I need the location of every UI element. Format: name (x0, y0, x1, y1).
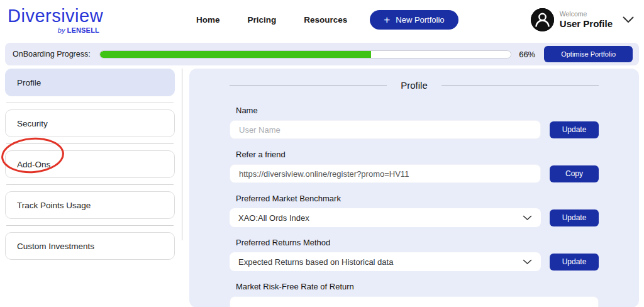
onboarding-progress-bar (99, 50, 511, 59)
top-nav: Diversiview by LENSELL Home Pricing Reso… (0, 0, 644, 39)
returns-field-block: Preferred Returns Method Expected Return… (230, 238, 599, 271)
new-portfolio-button[interactable]: + New Portfolio (370, 10, 458, 30)
refer-field-block: Refer a friend Copy (230, 150, 599, 183)
onboarding-label: OnBoarding Progress: (13, 50, 91, 59)
sidebar-item-security[interactable]: Security (5, 109, 175, 137)
heading-line-left (230, 85, 387, 86)
nav-item-pricing[interactable]: Pricing (248, 15, 277, 25)
returns-label: Preferred Returns Method (236, 238, 599, 247)
nav-links: Home Pricing Resources (196, 15, 347, 25)
returns-selected-value: Expected Returns based on Historical dat… (238, 257, 393, 267)
update-returns-button[interactable]: Update (550, 254, 599, 271)
copy-referral-button[interactable]: Copy (550, 165, 599, 182)
sidebar-main-divider (182, 69, 182, 240)
benchmark-field-block: Preferred Market Benchmark XAO:All Ords … (230, 194, 599, 227)
sidebar-divider (6, 103, 174, 103)
onboarding-percent: 66% (519, 50, 535, 59)
chevron-down-icon[interactable] (623, 16, 634, 23)
risk-free-rate-input[interactable] (230, 296, 599, 307)
user-menu[interactable]: Welcome User Profile (531, 8, 636, 31)
refer-label: Refer a friend (236, 150, 599, 159)
panel-heading: Profile (230, 80, 599, 91)
user-texts: Welcome User Profile (560, 10, 613, 29)
sidebar-item-custom-investments[interactable]: Custom Investments (5, 232, 175, 260)
plus-icon: + (384, 14, 390, 25)
sidebar-item-track-points-usage[interactable]: Track Points Usage (5, 191, 175, 219)
risk-free-field-block: Market Risk-Free Rate of Return (230, 282, 599, 307)
user-profile-name: User Profile (560, 18, 613, 29)
sidebar-divider (6, 225, 174, 226)
brand-name: Diversiview (8, 6, 103, 26)
sidebar-divider (6, 143, 174, 144)
risk-free-label: Market Risk-Free Rate of Return (236, 282, 599, 291)
referral-link-input[interactable] (230, 164, 541, 183)
page-title: Profile (401, 80, 428, 91)
onboarding-banner: OnBoarding Progress: 66% Optimise Portfo… (5, 43, 639, 65)
user-avatar-icon (531, 8, 554, 31)
optimise-portfolio-button[interactable]: Optimise Portfolio (544, 46, 633, 62)
benchmark-select[interactable]: XAO:All Ords Index (230, 208, 541, 227)
brand-byline: by LENSELL (58, 26, 99, 34)
benchmark-label: Preferred Market Benchmark (236, 194, 599, 203)
content-area: Profile Security Add-Ons Track Points Us… (0, 65, 644, 307)
welcome-text: Welcome (560, 10, 613, 18)
sidebar-item-add-ons[interactable]: Add-Ons (5, 150, 175, 178)
heading-line-right (441, 85, 599, 86)
name-field-block: Name Update (230, 106, 599, 139)
sidebar-divider (6, 184, 174, 185)
profile-panel: Profile Name Update Refer a friend Copy … (189, 69, 639, 307)
nav-item-resources[interactable]: Resources (304, 15, 347, 25)
name-input[interactable] (230, 120, 541, 139)
settings-sidebar: Profile Security Add-Ons Track Points Us… (5, 69, 175, 260)
onboarding-progress-fill (100, 51, 371, 58)
update-name-button[interactable]: Update (550, 121, 599, 138)
brand-logo[interactable]: Diversiview by LENSELL (8, 6, 102, 34)
name-label: Name (236, 106, 599, 115)
benchmark-selected-value: XAO:All Ords Index (238, 213, 309, 223)
update-benchmark-button[interactable]: Update (550, 209, 599, 226)
returns-method-select[interactable]: Expected Returns based on Historical dat… (230, 252, 541, 271)
new-portfolio-label: New Portfolio (396, 15, 444, 25)
nav-item-home[interactable]: Home (196, 15, 220, 25)
chevron-down-icon (523, 212, 532, 223)
chevron-down-icon (523, 256, 532, 267)
sidebar-item-profile[interactable]: Profile (5, 69, 175, 96)
